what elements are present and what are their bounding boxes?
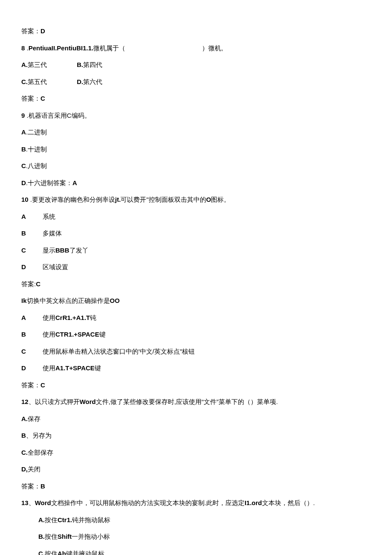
q11-b1: Ik <box>21 297 27 304</box>
q10-optD: D区域设置 <box>21 262 371 273</box>
q12-s2: 文件,做了某些修改要保存时,应该使用“文件”菜单下的（）菜单项. <box>96 398 278 405</box>
optC-text: 全部保存 <box>28 449 53 456</box>
answer-value: D <box>40 27 45 35</box>
q11-optD: D使用A1.T+SPACE键 <box>21 363 371 374</box>
optB-post: 键 <box>99 331 106 338</box>
optC-label: C <box>21 245 43 256</box>
q8-optC: C.第五代 <box>21 76 75 87</box>
answer-8: 答案：C <box>21 93 371 104</box>
optC-pre: 显示 <box>43 247 55 254</box>
q8-dot: . <box>25 44 28 52</box>
optC-label: C <box>21 162 26 169</box>
q9-optD: D.十六进制答案：A <box>21 177 371 189</box>
answer-label: 答案: <box>21 280 36 288</box>
q8-rest2: ）微机, <box>202 44 223 52</box>
optA-label: A <box>21 211 43 222</box>
optD-text: .十六进制答案： <box>26 179 72 186</box>
q10-b2: O <box>206 196 211 203</box>
question-11-stem: Ik切换中英文标点的正确操作是OO <box>21 295 371 306</box>
q13-optA: A.按住Ctr1.钝并拖动鼠标 <box>21 514 371 526</box>
optA-post: 钝 <box>90 314 96 321</box>
optD-label: D, <box>21 465 28 473</box>
optC-text: 使用鼠标单击精入法状态窗口中的'中文/英文标点"核钮 <box>43 348 195 355</box>
optA-bold: Ctr1. <box>58 516 72 523</box>
q8-options-row2: C.第五代 D.第六代 <box>21 76 371 87</box>
optD-bold: A1.T+SPACE <box>55 364 95 372</box>
optB-label: B. <box>77 61 83 68</box>
q10-s3: 图标。 <box>211 196 230 203</box>
q13-s3: 文本块，然后（）. <box>262 499 315 506</box>
optA-label: A. <box>21 61 28 68</box>
q12-optA: A.保存 <box>21 413 371 424</box>
answer-value: C <box>40 95 45 102</box>
optC-label: C, <box>38 550 45 555</box>
optA-text: .二进制 <box>26 128 47 136</box>
q12-b1: Word <box>80 398 96 405</box>
optD-label: D <box>21 363 43 374</box>
optC-pre: 按住 <box>45 550 58 555</box>
optC-text: .八进制 <box>26 162 47 169</box>
optC-label: C. <box>21 449 28 456</box>
q11-optB: B使用CTR1.+SPACE键 <box>21 329 371 340</box>
q11-optA: A使用CrR1.+A1.T钝 <box>21 312 371 323</box>
q13-b2: I1.ord <box>245 499 262 506</box>
optA-pre: 按住 <box>45 516 58 523</box>
question-8-stem: 8 .PentiuaII.PentiuBI1.1.微机属于（）微机, <box>21 43 371 54</box>
optA-post: 钝并拖动鼠标 <box>72 516 110 523</box>
question-9-stem: 9 .机器语言采用C编码。 <box>21 110 371 121</box>
question-13-stem: 13、Word文档操作中，可以用鼠标拖动的方法实现文本块的宴制.此时，应选定I1… <box>21 497 371 509</box>
optD-text: 第六代 <box>83 78 102 85</box>
optB-text: .十进制 <box>26 145 47 153</box>
optD-text: 关闭 <box>28 465 40 473</box>
q13-optB: B.按住Shift一并拖动小标 <box>21 531 371 542</box>
answer-11: 答案：C <box>21 380 371 391</box>
optB-post: 一并拖动小标 <box>72 533 110 540</box>
q13-s2: 文档操作中，可以用鼠标拖动的方法实现文本块的宴制.此时，应选定 <box>51 499 245 506</box>
optB-label: B <box>21 329 43 340</box>
optB-bold: CTR1.+SPACE <box>55 331 99 338</box>
optD-post: 键 <box>95 364 101 372</box>
optA-label: A <box>21 128 26 136</box>
optC-text: 第五代 <box>28 78 47 85</box>
optB-text: 、另存为 <box>26 432 52 439</box>
answer-12: 答案：B <box>21 481 371 492</box>
q10-optA: A系统 <box>21 211 371 222</box>
q12-s1: 、以只读方式狎开 <box>29 398 80 405</box>
q13-s1: 、 <box>29 499 35 506</box>
q10-optB: B多媒体 <box>21 228 371 239</box>
q10-num: 10 <box>21 196 29 203</box>
optC-post: 了发丫 <box>69 247 89 254</box>
optB-label: B. <box>38 533 45 540</box>
q12-optC: C.全部保存 <box>21 447 371 458</box>
q8-optA: A.第三代 <box>21 59 75 70</box>
q10-optC: C显示BBB了发丫 <box>21 245 371 256</box>
q11-b2: OO <box>110 297 120 304</box>
answer-7: 答案：D <box>21 26 371 37</box>
answer-label: 答案： <box>21 27 40 35</box>
answer-label: 答案： <box>21 381 40 389</box>
q9-rest: .机器语言采用C编码。 <box>25 112 90 119</box>
q8-bold: PentiuaII.PentiuBI1.1. <box>29 44 94 52</box>
q8-optD: D.第六代 <box>77 76 130 87</box>
optA-pre: 使用 <box>43 314 55 321</box>
optB-label: B <box>21 432 26 439</box>
q8-optB: B.第四代 <box>77 59 130 70</box>
q10-s2: 可以费开"控制面板双击其中的 <box>121 196 206 203</box>
q13-num: 13 <box>21 499 29 506</box>
answer-value: C <box>36 280 40 288</box>
optC-bold: Ah <box>58 550 66 555</box>
q12-optD: D,关闭 <box>21 464 371 475</box>
q10-s1: .要更改评靠的幽色和分例率设 <box>29 196 115 203</box>
answer-label: 答案： <box>21 482 40 490</box>
answer-value: B <box>40 482 45 490</box>
optD-label: D <box>21 262 43 273</box>
optC-bold: BBB <box>55 247 69 254</box>
q12-optB: B、另存为 <box>21 430 371 441</box>
optC-label: C. <box>21 78 28 85</box>
q12-num: 12 <box>21 398 29 405</box>
optD-label: D. <box>77 78 83 85</box>
optA-label: A <box>21 312 43 323</box>
q10-b1: jt. <box>115 196 121 203</box>
optA-bold: CrR1.+A1.T <box>55 314 90 321</box>
optA-text: 第三代 <box>28 61 47 68</box>
